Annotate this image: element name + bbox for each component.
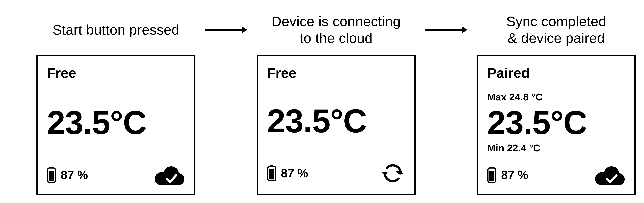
battery-indicator: 87 % — [487, 167, 528, 183]
svg-marker-12 — [462, 26, 468, 33]
sync-icon — [380, 161, 405, 186]
svg-rect-2 — [49, 171, 54, 181]
svg-rect-7 — [269, 169, 274, 180]
battery-percent: 87 % — [281, 167, 308, 180]
temperature-reading: 23.5°C — [267, 104, 405, 138]
arrow-right-icon — [424, 25, 468, 35]
arrow-1 — [204, 11, 248, 35]
cloud-check-icon — [594, 164, 625, 186]
device-screen-3: Paired Max 24.8 °C 23.5°C Min 22.4 °C 87… — [477, 55, 636, 195]
arrow-right-icon — [204, 25, 248, 35]
status-label: Paired — [487, 65, 625, 81]
step-3-caption: Sync completed& device paired — [506, 13, 606, 46]
step-2-caption: Device is connectingto the cloud — [272, 13, 400, 46]
pairing-flow-diagram: Start button pressed Free 23.5°C 87 % — [0, 0, 644, 203]
arrow-2 — [424, 11, 468, 35]
battery-percent: 87 % — [501, 168, 528, 182]
status-label: Free — [47, 65, 185, 81]
status-label: Free — [267, 65, 405, 81]
device-screen-1: Free 23.5°C 87 % — [36, 55, 196, 195]
max-temperature: Max 24.8 °C — [487, 91, 625, 103]
temperature-reading: 23.5°C — [487, 106, 625, 139]
step-3: Sync completed& device paired Paired Max… — [468, 11, 644, 195]
battery-icon — [47, 167, 56, 183]
step-1: Start button pressed Free 23.5°C 87 % — [28, 11, 204, 195]
battery-percent: 87 % — [61, 168, 88, 182]
svg-marker-4 — [242, 26, 248, 33]
svg-rect-15 — [489, 171, 494, 181]
svg-marker-10 — [382, 172, 388, 176]
battery-icon — [487, 167, 496, 183]
temperature-reading: 23.5°C — [47, 106, 185, 139]
battery-indicator: 87 % — [47, 167, 88, 183]
battery-indicator: 87 % — [267, 165, 308, 182]
device-screen-2: Free 23.5°C 87 % — [257, 55, 416, 195]
battery-icon — [267, 165, 276, 182]
min-temperature: Min 22.4 °C — [487, 142, 625, 154]
cloud-check-icon — [154, 164, 185, 186]
step-1-caption: Start button pressed — [52, 21, 179, 38]
step-2: Device is connectingto the cloud Free 23… — [248, 11, 424, 195]
